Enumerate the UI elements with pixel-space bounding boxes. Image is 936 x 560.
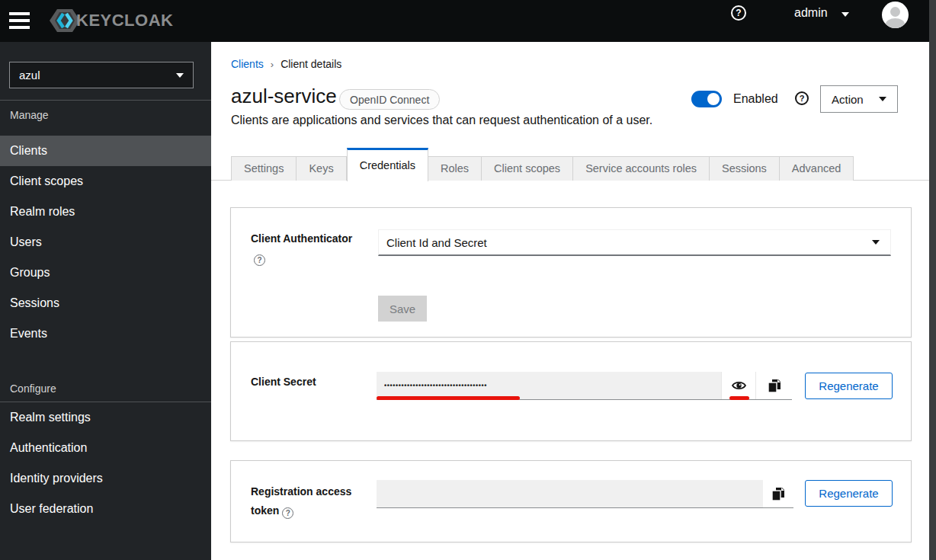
- sidebar: azul Manage Clients Client scopes Realm …: [0, 42, 211, 560]
- client-secret-card: Client Secret: [230, 341, 912, 441]
- client-authenticator-label: Client Authenticator: [251, 232, 352, 245]
- tab-bar: Settings Keys Credentials Roles Client s…: [231, 148, 854, 181]
- annotation-underline-secret: [377, 396, 520, 400]
- nav-group-configure: Configure Realm settings Authentication …: [0, 382, 211, 524]
- action-caret-icon: [879, 97, 886, 101]
- select-caret-icon: [872, 240, 880, 245]
- tab-service-accounts-roles[interactable]: Service accounts roles: [573, 156, 710, 181]
- page-description: Clients are applications and services th…: [231, 114, 652, 127]
- user-menu-caret-icon[interactable]: [841, 12, 849, 17]
- page-title: azul-service: [231, 85, 337, 108]
- breadcrumb-clients-link[interactable]: Clients: [231, 58, 264, 70]
- sidebar-item-users[interactable]: Users: [0, 227, 211, 258]
- regenerate-secret-button[interactable]: Regenerate: [805, 373, 893, 399]
- enabled-toggle[interactable]: [691, 91, 722, 107]
- client-authenticator-card: Client Authenticator ? Client Id and Sec…: [230, 207, 912, 338]
- client-authenticator-help-icon[interactable]: ?: [254, 252, 265, 266]
- tab-roles[interactable]: Roles: [428, 156, 482, 181]
- avatar[interactable]: [882, 2, 909, 28]
- nav-toggle-icon[interactable]: [9, 12, 30, 29]
- annotation-underline-eye: [729, 396, 749, 400]
- user-menu[interactable]: admin: [794, 6, 828, 20]
- nav-section-title: Configure: [0, 382, 211, 402]
- eye-icon: [732, 380, 746, 391]
- registration-token-help-icon[interactable]: ?: [282, 504, 293, 517]
- avatar-person-icon: [890, 7, 900, 17]
- keycloak-logo: KEYCLOAK: [47, 3, 173, 38]
- main-content: Clients › Client details azul-service Op…: [211, 42, 936, 560]
- enabled-help-icon[interactable]: ?: [795, 91, 809, 105]
- tab-client-scopes[interactable]: Client scopes: [482, 156, 573, 181]
- tab-advanced[interactable]: Advanced: [780, 156, 854, 181]
- client-secret-input[interactable]: [377, 372, 721, 399]
- registration-token-input-group: [377, 480, 793, 508]
- sidebar-item-identity-providers[interactable]: Identity providers: [0, 463, 211, 494]
- breadcrumb-current: Client details: [280, 58, 341, 70]
- sidebar-item-events[interactable]: Events: [0, 318, 211, 349]
- enabled-label: Enabled: [733, 92, 778, 106]
- tab-sessions[interactable]: Sessions: [710, 156, 780, 181]
- tab-settings[interactable]: Settings: [231, 156, 297, 181]
- nav-section-title: Manage: [0, 109, 211, 136]
- registration-token-label: Registration access token ?: [251, 482, 359, 520]
- sidebar-divider: [0, 100, 211, 101]
- tab-credentials[interactable]: Credentials: [347, 148, 428, 181]
- sidebar-item-client-scopes[interactable]: Client scopes: [0, 166, 211, 197]
- sidebar-item-groups[interactable]: Groups: [0, 258, 211, 288]
- copy-icon: [772, 488, 784, 501]
- scrollbar[interactable]: [929, 0, 936, 560]
- nav-group-manage: Manage Clients Client scopes Realm roles…: [0, 109, 211, 349]
- registration-token-card: Registration access token ? Regenerate: [230, 460, 912, 542]
- save-button[interactable]: Save: [378, 296, 427, 322]
- tab-keys[interactable]: Keys: [297, 156, 346, 181]
- client-secret-label: Client Secret: [251, 376, 316, 388]
- protocol-badge: OpenID Connect: [339, 89, 440, 110]
- sidebar-item-sessions[interactable]: Sessions: [0, 288, 211, 318]
- sidebar-item-realm-roles[interactable]: Realm roles: [0, 197, 211, 227]
- copy-token-button[interactable]: [763, 480, 793, 507]
- sidebar-item-clients[interactable]: Clients: [0, 136, 211, 166]
- help-icon[interactable]: ?: [731, 5, 746, 21]
- breadcrumb-separator-icon: ›: [271, 59, 274, 70]
- sidebar-item-authentication[interactable]: Authentication: [0, 433, 211, 463]
- copy-secret-button[interactable]: [755, 372, 792, 399]
- registration-token-input[interactable]: [377, 480, 763, 507]
- action-dropdown[interactable]: Action: [820, 85, 898, 113]
- keycloak-admin-console: KEYCLOAK ? admin azul Manage Clients Cli…: [0, 0, 936, 560]
- masthead: KEYCLOAK ? admin: [0, 0, 936, 42]
- realm-selector-caret-icon: [176, 73, 184, 78]
- sidebar-item-realm-settings[interactable]: Realm settings: [0, 402, 211, 433]
- brand-text: KEYCLOAK: [76, 11, 173, 30]
- realm-selector[interactable]: azul: [9, 62, 194, 88]
- regenerate-token-button[interactable]: Regenerate: [805, 480, 893, 507]
- sidebar-item-user-federation[interactable]: User federation: [0, 494, 211, 524]
- breadcrumb: Clients › Client details: [231, 58, 341, 70]
- realm-selector-value: azul: [19, 69, 40, 82]
- copy-icon: [768, 379, 781, 392]
- client-authenticator-select[interactable]: Client Id and Secret: [378, 229, 891, 256]
- show-secret-button[interactable]: [721, 372, 755, 399]
